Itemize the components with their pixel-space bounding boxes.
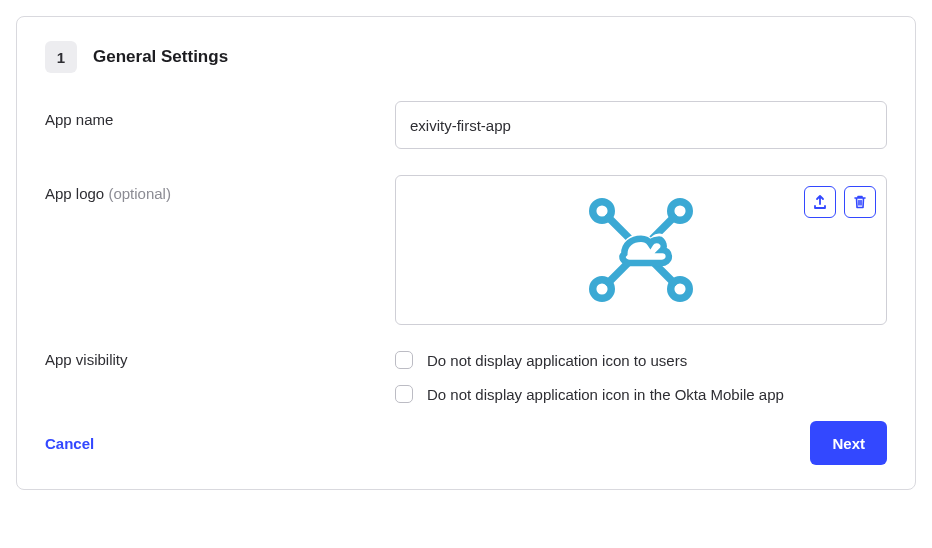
app-logo-label: App logo (optional) bbox=[45, 175, 395, 202]
form-footer: Cancel Next bbox=[45, 421, 887, 465]
upload-logo-button[interactable] bbox=[804, 186, 836, 218]
app-visibility-label: App visibility bbox=[45, 351, 395, 368]
trash-icon bbox=[852, 194, 868, 210]
cancel-button[interactable]: Cancel bbox=[45, 435, 94, 452]
app-name-input[interactable] bbox=[395, 101, 887, 149]
app-logo-icon bbox=[576, 190, 706, 310]
visibility-label-users: Do not display application icon to users bbox=[427, 352, 687, 369]
visibility-label-mobile: Do not display application icon in the O… bbox=[427, 386, 784, 403]
svg-line-4 bbox=[609, 218, 630, 239]
section-header: 1 General Settings bbox=[45, 41, 887, 73]
app-name-row: App name bbox=[45, 101, 887, 149]
step-number-badge: 1 bbox=[45, 41, 77, 73]
visibility-option-mobile[interactable]: Do not display application icon in the O… bbox=[395, 385, 887, 403]
app-logo-row: App logo (optional) bbox=[45, 175, 887, 325]
app-visibility-row: App visibility Do not display applicatio… bbox=[45, 351, 887, 403]
general-settings-card: 1 General Settings App name App logo (op… bbox=[16, 16, 916, 490]
visibility-checkbox-users[interactable] bbox=[395, 351, 413, 369]
visibility-checkbox-mobile[interactable] bbox=[395, 385, 413, 403]
app-name-label: App name bbox=[45, 101, 395, 128]
visibility-option-users[interactable]: Do not display application icon to users bbox=[395, 351, 887, 369]
app-logo-label-text: App logo bbox=[45, 185, 104, 202]
app-logo-preview bbox=[395, 175, 887, 325]
app-logo-optional: (optional) bbox=[108, 185, 171, 202]
section-title: General Settings bbox=[93, 47, 228, 67]
next-button[interactable]: Next bbox=[810, 421, 887, 465]
upload-icon bbox=[812, 194, 828, 210]
delete-logo-button[interactable] bbox=[844, 186, 876, 218]
